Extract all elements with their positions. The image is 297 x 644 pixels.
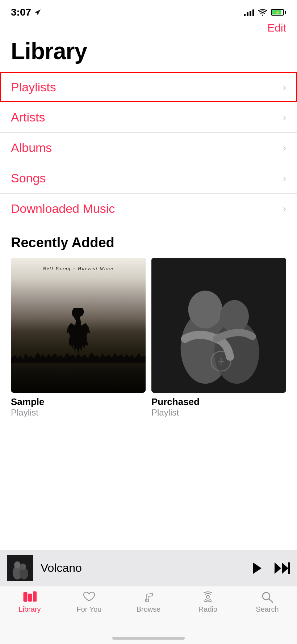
battery-icon: ⚡ — [271, 9, 286, 16]
svg-marker-11 — [253, 562, 262, 574]
recently-added-title: Recently Added — [0, 224, 297, 258]
tab-library[interactable]: Library — [0, 591, 59, 617]
home-indicator — [112, 637, 185, 640]
svg-point-2 — [188, 291, 222, 329]
album-cover-purchased — [151, 258, 286, 393]
now-playing-album-art — [7, 555, 33, 581]
radio-tab-label: Radio — [198, 605, 217, 614]
tab-bar: Library For You Browse Radio Searc — [0, 586, 297, 644]
playlists-label: Playlists — [11, 80, 56, 94]
list-item-songs[interactable]: Songs › — [0, 163, 297, 194]
svg-point-8 — [14, 561, 21, 569]
list-item-playlists[interactable]: Playlists › — [0, 72, 297, 102]
album-item-purchased[interactable]: Purchased Playlist — [151, 258, 286, 418]
play-icon — [251, 562, 263, 575]
status-icons: ⚡ — [244, 9, 286, 16]
edit-button[interactable]: Edit — [267, 22, 286, 34]
svg-rect-17 — [28, 594, 32, 602]
embrace-figure-icon — [151, 258, 286, 393]
albums-label: Albums — [11, 141, 52, 155]
heart-icon — [82, 591, 96, 603]
status-time: 3:07 — [11, 7, 41, 18]
chevron-icon-downloaded: › — [283, 203, 286, 215]
status-bar: 3:07 ⚡ — [0, 0, 297, 22]
header: Edit — [0, 22, 297, 36]
svg-point-10 — [20, 564, 26, 570]
svg-point-21 — [263, 593, 270, 600]
for-you-tab-label: For You — [77, 605, 102, 614]
fast-forward-button[interactable] — [274, 562, 290, 575]
browse-tab-label: Browse — [137, 605, 161, 614]
chevron-icon-songs: › — [283, 173, 286, 184]
now-playing-controls — [251, 562, 290, 575]
sample-title: Sample — [11, 396, 146, 408]
wifi-icon — [258, 9, 267, 16]
fast-forward-icon — [274, 562, 290, 575]
artists-label: Artists — [11, 110, 45, 124]
signal-bar-4 — [252, 9, 254, 16]
purchased-title: Purchased — [151, 396, 286, 408]
album-item-sample[interactable]: Neil Young ~ Harvest Moon Sample Playlis… — [11, 258, 146, 418]
signal-bar-3 — [250, 11, 251, 16]
tab-browse[interactable]: Browse — [119, 591, 178, 617]
grass-silhouette — [11, 352, 146, 363]
svg-rect-18 — [33, 591, 37, 602]
list-item-artists[interactable]: Artists › — [0, 102, 297, 133]
songs-label: Songs — [11, 171, 46, 185]
search-icon — [260, 591, 274, 603]
sample-subtitle: Playlist — [11, 408, 146, 418]
svg-marker-13 — [282, 562, 288, 574]
svg-point-4 — [220, 300, 249, 333]
tab-radio[interactable]: Radio — [178, 591, 238, 617]
neil-young-text: Neil Young ~ Harvest Moon — [43, 266, 113, 272]
play-button[interactable] — [251, 562, 263, 575]
svg-line-22 — [269, 599, 273, 602]
search-tab-label: Search — [256, 605, 279, 614]
downloaded-music-label: Downloaded Music — [11, 202, 115, 216]
library-list: Playlists › Artists › Albums › Songs › D… — [0, 72, 297, 224]
radio-icon — [201, 591, 215, 603]
svg-marker-12 — [275, 562, 281, 574]
time-display: 3:07 — [11, 7, 31, 18]
chevron-icon-albums: › — [283, 142, 286, 154]
purchased-subtitle: Playlist — [151, 408, 286, 418]
page-title: Library — [0, 36, 297, 72]
albums-grid: Neil Young ~ Harvest Moon Sample Playlis… — [0, 258, 297, 418]
figure-silhouette — [63, 308, 93, 359]
library-icon — [23, 591, 37, 603]
music-note-icon — [142, 591, 155, 603]
signal-bar-2 — [247, 12, 248, 16]
svg-rect-15 — [24, 592, 27, 602]
chevron-icon-artists: › — [283, 112, 286, 123]
tab-search[interactable]: Search — [238, 591, 297, 617]
now-playing-title: Volcano — [41, 561, 251, 575]
location-arrow-icon — [34, 9, 41, 16]
tab-for-you[interactable]: For You — [59, 591, 119, 617]
svg-point-20 — [206, 595, 209, 598]
library-tab-label: Library — [18, 605, 41, 614]
svg-rect-14 — [288, 562, 290, 574]
signal-bar-1 — [244, 14, 246, 16]
chevron-icon-playlists: › — [283, 82, 286, 93]
list-item-albums[interactable]: Albums › — [0, 133, 297, 163]
list-item-downloaded-music[interactable]: Downloaded Music › — [0, 194, 297, 224]
album-cover-sample: Neil Young ~ Harvest Moon — [11, 258, 146, 393]
signal-bars — [244, 9, 254, 16]
now-playing-bar[interactable]: Volcano — [0, 550, 297, 586]
